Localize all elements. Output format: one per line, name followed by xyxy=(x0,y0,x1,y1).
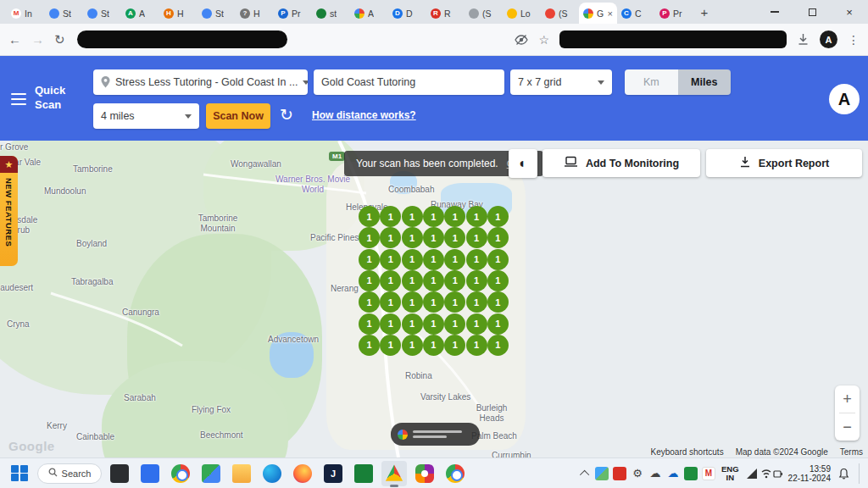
browser-tab[interactable]: MIn xyxy=(7,3,45,24)
browser-tab[interactable]: PPr xyxy=(274,3,312,24)
settings-tray-icon[interactable]: ⚙ xyxy=(631,467,644,480)
grid-rank-marker[interactable]: 1 xyxy=(444,270,465,291)
maximize-button[interactable] xyxy=(793,0,831,24)
keyword-input[interactable]: Gold Coast Tutoring xyxy=(314,69,504,95)
grid-rank-marker[interactable]: 1 xyxy=(487,313,509,335)
grid-rank-marker[interactable]: 1 xyxy=(402,291,423,313)
map-canvas[interactable]: r Groveedar ValeTamborineWongawallanMund… xyxy=(0,141,868,458)
browser-tab[interactable]: RR xyxy=(426,3,465,24)
browser-tab[interactable]: A xyxy=(350,3,388,24)
grid-rank-marker[interactable]: 1 xyxy=(423,291,444,313)
tray-expand-chevron-icon[interactable] xyxy=(580,469,589,479)
browser-tab[interactable]: St xyxy=(83,3,121,24)
grid-rank-marker[interactable]: 1 xyxy=(402,313,423,335)
refresh-scan-icon[interactable]: ↻ xyxy=(280,105,293,125)
grid-rank-marker[interactable]: 1 xyxy=(444,206,465,227)
grid-rank-marker[interactable]: 1 xyxy=(402,270,423,291)
address-bar-redacted[interactable] xyxy=(77,30,287,48)
show-desktop-button[interactable] xyxy=(859,463,861,484)
grid-rank-marker[interactable]: 1 xyxy=(466,270,487,291)
gmail-tray-icon[interactable]: M xyxy=(702,467,715,480)
grid-rank-marker[interactable]: 1 xyxy=(380,206,401,227)
unit-km-option[interactable]: Km xyxy=(625,69,678,95)
browser-tab[interactable]: St xyxy=(198,3,236,24)
grid-rank-marker[interactable]: 1 xyxy=(423,335,444,356)
grid-size-select[interactable]: 7 x 7 grid xyxy=(510,69,612,95)
language-indicator[interactable]: ENG IN xyxy=(721,465,739,482)
grid-rank-marker[interactable]: 1 xyxy=(423,249,444,270)
grid-rank-marker[interactable]: 1 xyxy=(487,249,509,270)
cloud-tray-icon[interactable]: ☁ xyxy=(648,467,662,480)
grid-rank-marker[interactable]: 1 xyxy=(487,270,509,291)
zoom-in-button[interactable]: + xyxy=(835,385,860,413)
grid-rank-marker[interactable]: 1 xyxy=(380,249,401,270)
grid-rank-marker[interactable]: 1 xyxy=(423,313,444,335)
grid-rank-marker[interactable]: 1 xyxy=(380,291,401,313)
grid-rank-marker[interactable]: 1 xyxy=(359,227,380,248)
grid-rank-marker[interactable]: 1 xyxy=(444,291,465,313)
close-button[interactable]: × xyxy=(831,0,868,24)
reload-button[interactable]: ↻ xyxy=(54,32,65,47)
browser-tab[interactable]: DD xyxy=(388,3,426,24)
start-button[interactable] xyxy=(7,461,32,486)
grid-rank-marker[interactable]: 1 xyxy=(466,249,487,270)
scan-now-button[interactable]: Scan Now xyxy=(206,103,270,129)
grid-rank-marker[interactable]: 1 xyxy=(402,335,423,356)
forward-button[interactable]: → xyxy=(31,32,44,47)
browser-tab[interactable]: ?H xyxy=(236,3,274,24)
chrome-app[interactable] xyxy=(168,461,193,486)
browser-tab[interactable]: AA xyxy=(121,3,159,24)
grid-rank-marker[interactable]: 1 xyxy=(466,291,487,313)
grid-rank-marker[interactable]: 1 xyxy=(402,227,423,248)
browser-tab[interactable]: Lo xyxy=(503,3,541,24)
minimize-button[interactable] xyxy=(756,0,793,24)
notifications-bell-icon[interactable] xyxy=(838,468,849,480)
defender-tray-icon[interactable] xyxy=(684,467,698,480)
browser-tab[interactable]: (S xyxy=(541,3,579,24)
extensions-redacted[interactable] xyxy=(559,30,787,48)
grid-rank-marker[interactable]: 1 xyxy=(466,335,487,356)
browser-tab[interactable]: (S xyxy=(465,3,503,24)
grid-rank-marker[interactable]: 1 xyxy=(444,313,465,335)
ms-store-app[interactable] xyxy=(137,461,163,486)
grid-rank-marker[interactable]: 1 xyxy=(487,335,509,356)
grid-rank-marker[interactable]: 1 xyxy=(359,313,380,335)
browser-menu-icon[interactable]: ⋮ xyxy=(848,33,860,47)
app-logo[interactable]: A xyxy=(829,84,860,114)
chrome-app-2[interactable] xyxy=(442,461,468,486)
grid-rank-marker[interactable]: 1 xyxy=(466,313,487,335)
rank-tracker-app[interactable] xyxy=(381,461,407,486)
grid-rank-marker[interactable]: 1 xyxy=(380,227,401,248)
browser-tab[interactable]: St xyxy=(45,3,83,24)
how-distance-works-link[interactable]: How distance works? xyxy=(312,109,416,121)
network-volume-icons[interactable] xyxy=(745,467,782,480)
grid-rank-marker[interactable]: 1 xyxy=(380,335,401,356)
grid-rank-marker[interactable]: 1 xyxy=(380,270,401,291)
grid-rank-marker[interactable]: 1 xyxy=(359,270,380,291)
grid-rank-marker[interactable]: 1 xyxy=(359,249,380,270)
add-to-monitoring-button[interactable]: Add To Monitoring xyxy=(542,149,700,177)
shield-tray-icon[interactable] xyxy=(613,467,626,480)
edge-app[interactable] xyxy=(259,461,285,486)
grid-rank-marker[interactable]: 1 xyxy=(380,313,401,335)
file-explorer-app[interactable] xyxy=(229,461,254,486)
terms-link[interactable]: Terms xyxy=(840,447,863,457)
new-tab-button[interactable]: + xyxy=(693,5,715,24)
grid-rank-marker[interactable]: 1 xyxy=(466,227,487,248)
new-features-ribbon[interactable]: ★ NEW FEATURES xyxy=(0,156,18,266)
onedrive-tray-icon[interactable]: ☁ xyxy=(666,467,680,480)
bookmark-star-icon[interactable]: ☆ xyxy=(538,33,549,47)
grid-rank-marker[interactable]: 1 xyxy=(423,206,444,227)
grid-rank-marker[interactable]: 1 xyxy=(423,227,444,248)
browser-tab[interactable]: PPr xyxy=(655,3,693,24)
sheets-app[interactable] xyxy=(351,461,376,486)
photos-tray-icon[interactable] xyxy=(595,467,609,480)
browser-tab[interactable]: st xyxy=(312,3,350,24)
firefox-app[interactable] xyxy=(290,461,315,486)
tab-close-icon[interactable]: × xyxy=(608,8,613,19)
browser-tab[interactable]: G× xyxy=(579,3,617,24)
business-search-input[interactable]: Stress Less Tutoring - Gold Coast In ... xyxy=(93,69,308,95)
radius-select[interactable]: 4 miles xyxy=(93,103,199,129)
keyboard-shortcuts-link[interactable]: Keyboard shortcuts xyxy=(650,447,723,457)
grid-rank-marker[interactable]: 1 xyxy=(487,227,509,248)
